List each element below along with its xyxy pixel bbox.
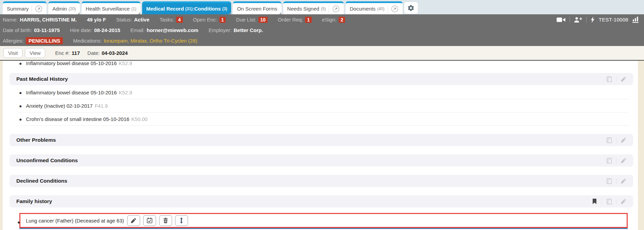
edit-pencil-button[interactable] bbox=[127, 215, 140, 226]
dob-value: 03-11-1975 bbox=[34, 27, 60, 33]
content-area: ● Inflammatory bowel disease 05-10-2016 … bbox=[0, 61, 644, 230]
pencil-icon[interactable] bbox=[616, 199, 630, 204]
patient-header-row-3: Allergies: PENICILLINS Medications: lora… bbox=[0, 35, 644, 46]
allergy-badge[interactable]: PENICILLINS bbox=[26, 37, 63, 44]
section-title: Other Problems bbox=[16, 137, 56, 143]
bullet: ● bbox=[19, 61, 22, 66]
bookmark-icon[interactable] bbox=[588, 198, 601, 204]
medication-link[interactable]: Ortho Tri-Cyclen (28) bbox=[150, 38, 197, 44]
enc-date-value: 04-03-2024 bbox=[102, 50, 128, 56]
tab-documents[interactable]: Documents (40) bbox=[345, 1, 402, 14]
tab-count: (31) bbox=[185, 6, 192, 11]
hire-date-value: 08-24-2015 bbox=[94, 27, 120, 33]
tab-bar: Summary Admin (20) Health Surveillance (… bbox=[0, 0, 644, 14]
tasks-label: Tasks: bbox=[159, 17, 174, 22]
separator: , bbox=[128, 38, 129, 44]
divider bbox=[570, 17, 570, 23]
book-icon[interactable] bbox=[601, 76, 616, 82]
esign-label: eSign: bbox=[322, 17, 337, 22]
section-title: Family history bbox=[16, 198, 52, 204]
past-medical-history-items: ● Inflammatory bowel disease 05-10-2016 … bbox=[3, 86, 638, 126]
esign-badge[interactable]: 2 bbox=[339, 17, 345, 23]
hire-date-label: Hire date: bbox=[70, 27, 92, 33]
bullet: ● bbox=[19, 117, 22, 122]
book-icon[interactable] bbox=[601, 137, 616, 143]
patient-id: TEST-10008 bbox=[599, 17, 628, 22]
divider bbox=[586, 17, 587, 23]
arrows-updown-icon-button[interactable] bbox=[175, 215, 188, 226]
family-history-text: Lung cancer (Father) (Deceased at age 63… bbox=[26, 218, 124, 224]
book-icon[interactable] bbox=[601, 158, 616, 164]
bullet: ● bbox=[19, 103, 22, 109]
section-header-unconfirmed-conditions: Unconfirmed Conditions bbox=[10, 154, 633, 167]
list-item[interactable]: ● Anxiety (Inactive) 02-10-2017 F41.9 bbox=[19, 99, 629, 112]
dob-label: Date of birth: bbox=[3, 27, 32, 33]
enc-number-value: 117 bbox=[72, 50, 80, 56]
status-value: Active bbox=[134, 17, 149, 22]
due-list-badge[interactable]: 10 bbox=[258, 17, 268, 23]
tab-admin[interactable]: Admin (20) bbox=[48, 1, 80, 14]
conditions-panel: ● Inflammatory bowel disease 05-10-2016 … bbox=[3, 61, 638, 230]
section-header-other-problems: Other Problems bbox=[10, 134, 633, 146]
view-button[interactable]: View bbox=[25, 48, 45, 58]
tab-needs-signed[interactable]: Needs Signed (5) bbox=[283, 1, 344, 14]
due-list-label: Due List: bbox=[236, 17, 256, 22]
medication-link[interactable]: Miralax bbox=[130, 38, 147, 44]
order-req-badge[interactable]: 1 bbox=[305, 17, 312, 23]
order-req-label: Order Req: bbox=[278, 17, 303, 22]
section-header-declined-conditions: Declined Conditions bbox=[10, 175, 633, 187]
tab-health-surveillance[interactable]: Health Surveillance (1) bbox=[82, 1, 140, 14]
email-value[interactable]: horner@mieweb.com bbox=[147, 27, 198, 33]
tab-count: (20) bbox=[69, 6, 76, 11]
settings-button[interactable] bbox=[404, 2, 418, 14]
book-icon[interactable] bbox=[601, 199, 616, 204]
tab-label: On Screen Forms bbox=[237, 6, 277, 12]
tab-suffix-count: (3) bbox=[222, 6, 227, 11]
person-add-icon[interactable] bbox=[574, 17, 582, 23]
tab-label: Summary bbox=[7, 6, 29, 12]
medication-link[interactable]: lorazepam bbox=[104, 38, 128, 44]
gears-icon bbox=[407, 4, 414, 12]
tab-summary[interactable]: Summary bbox=[3, 1, 47, 14]
medications-label: Medications: bbox=[73, 38, 102, 44]
enc-number-label: Enc #: bbox=[55, 50, 70, 56]
tasks-badge[interactable]: 4 bbox=[176, 17, 183, 23]
patient-name[interactable]: HARRIS, CHRISTINE M. bbox=[20, 17, 77, 22]
icd-code: K52.9 bbox=[119, 90, 132, 95]
list-item[interactable]: ● Crohn's disease of small intestine 05-… bbox=[19, 112, 629, 126]
pencil-icon[interactable] bbox=[616, 137, 630, 143]
pencil-icon[interactable] bbox=[616, 178, 630, 184]
video-camera-icon[interactable] bbox=[557, 17, 565, 22]
email-label: Email: bbox=[131, 27, 145, 33]
list-item[interactable]: ● Inflammatory bowel disease 05-10-2016 … bbox=[19, 61, 629, 70]
section-title: Declined Conditions bbox=[16, 178, 67, 184]
bullet: ● bbox=[17, 219, 20, 225]
family-history-highlighted-row[interactable]: ● Lung cancer (Father) (Deceased at age … bbox=[19, 213, 628, 228]
tab-medical-record[interactable]: Medical Record (31) :Conditions (3) bbox=[142, 1, 231, 14]
visit-button[interactable]: Visit bbox=[3, 48, 22, 58]
popout-icon[interactable] bbox=[388, 5, 399, 13]
book-icon[interactable] bbox=[601, 178, 616, 184]
popout-icon[interactable] bbox=[329, 5, 340, 13]
calendar-check-button[interactable] bbox=[143, 215, 156, 226]
tab-count: (1) bbox=[131, 6, 136, 11]
bolt-icon[interactable] bbox=[591, 17, 595, 23]
age-sex: 49 y/o F bbox=[87, 17, 106, 22]
section-title: Unconfirmed Conditions bbox=[16, 157, 78, 164]
trash-icon-button[interactable] bbox=[159, 215, 172, 226]
section-title: Past Medical History bbox=[16, 76, 68, 82]
bar-chart-icon[interactable] bbox=[632, 17, 639, 23]
tab-suffix: :Conditions bbox=[192, 6, 221, 12]
popout-icon[interactable] bbox=[32, 5, 43, 13]
tab-on-screen-forms[interactable]: On Screen Forms bbox=[233, 1, 281, 14]
patient-header-row-1: Name: HARRIS, CHRISTINE M. 49 y/o F Stat… bbox=[0, 14, 644, 25]
encounter-toolbar: Visit View Enc #: 117 Date: 04-03-2024 bbox=[0, 46, 644, 61]
list-item[interactable]: ● Inflammatory bowel disease 05-10-2016 … bbox=[19, 86, 629, 99]
open-enc-badge[interactable]: 1 bbox=[219, 17, 226, 23]
tab-label: Admin bbox=[52, 6, 67, 12]
tab-label: Documents bbox=[350, 6, 375, 12]
patient-header: Name: HARRIS, CHRISTINE M. 49 y/o F Stat… bbox=[0, 14, 644, 46]
enc-date-label: Date: bbox=[87, 50, 100, 56]
pencil-icon[interactable] bbox=[616, 76, 630, 82]
pencil-icon[interactable] bbox=[616, 158, 630, 164]
